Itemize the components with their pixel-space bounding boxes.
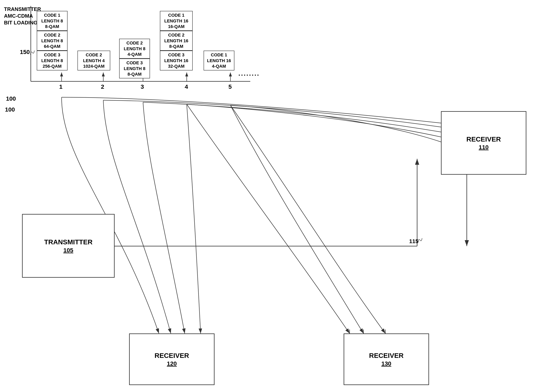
dots-label: ........ [238, 70, 260, 77]
receiver-130-box: RECEIVER 130 [344, 333, 429, 385]
transmitter-105-label: TRANSMITTER [44, 238, 93, 246]
code-block-col4-1: CODE 1LENGTH 1616-QAM [160, 11, 193, 31]
ref-150-label: 150 [20, 49, 30, 55]
code-block-col1-2: CODE 2LENGTH 864-QAM [37, 31, 68, 51]
tick-label-2: 2 [101, 83, 104, 90]
code-block-col1-3: CODE 3LENGTH 8256-QAM [37, 51, 68, 70]
code-block-col3-1: CODE 2LENGTH 84-QAM [119, 39, 150, 59]
ref-100-label: 100 [5, 106, 15, 113]
receiver-110-label: RECEIVER [466, 135, 501, 143]
receiver-130-num: 130 [381, 360, 391, 367]
tick-label-5: 5 [229, 83, 232, 90]
receiver-120-box: RECEIVER 120 [129, 333, 214, 385]
code-block-col4-3: CODE 3LENGTH 1632-QAM [160, 51, 193, 70]
tick-label-1: 1 [59, 83, 63, 90]
receiver-110-num: 110 [479, 144, 489, 151]
receiver-120-num: 120 [167, 360, 177, 367]
receiver-120-label: RECEIVER [155, 351, 189, 360]
code-block-col1-1: CODE 1LENGTH 88-QAM [37, 11, 68, 31]
code-block-col3-2: CODE 3LENGTH 88-QAM [119, 59, 150, 78]
code-block-col5-1: CODE 1LENGTH 164-QAM [204, 51, 234, 70]
tick-label-3: 3 [141, 83, 144, 90]
transmitter-105-box: TRANSMITTER 105 [22, 214, 114, 278]
tick-label-4: 4 [185, 83, 188, 90]
diagram-container: TRANSMITTER AMC-CDMA BIT LOADING 150 100… [0, 0, 550, 392]
squiggle-115 [417, 237, 423, 243]
transmitter-amc-label: TRANSMITTER AMC-CDMA BIT LOADING [4, 6, 41, 26]
transmitter-105-num: 105 [63, 247, 73, 254]
squiggle-150 [29, 50, 35, 56]
code-block-col4-2: CODE 2LENGTH 168-QAM [160, 31, 193, 51]
code-block-col2-1: CODE 2LENGTH 41024-QAM [78, 51, 110, 70]
receiver-110-box: RECEIVER 110 [441, 111, 526, 175]
receiver-130-label: RECEIVER [369, 351, 404, 360]
ref-100-arrow: 100 [6, 95, 16, 102]
